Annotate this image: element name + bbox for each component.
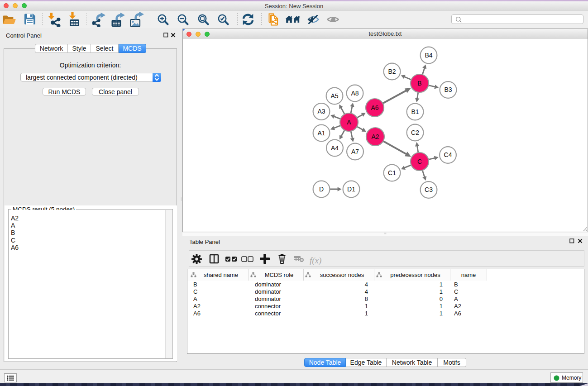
svg-text:A4: A4	[331, 144, 339, 152]
svg-text:D1: D1	[347, 186, 355, 193]
svg-text:C4: C4	[444, 151, 452, 158]
svg-text:A2: A2	[371, 133, 379, 140]
svg-text:B3: B3	[444, 86, 452, 93]
svg-text:C: C	[417, 158, 422, 165]
svg-text:A5: A5	[330, 92, 338, 100]
svg-text:C2: C2	[411, 129, 419, 136]
svg-text:C3: C3	[425, 186, 433, 193]
svg-text:B4: B4	[425, 52, 432, 59]
svg-text:D: D	[319, 186, 324, 193]
svg-text:C1: C1	[388, 169, 396, 176]
svg-text:A8: A8	[351, 90, 359, 97]
svg-text:A7: A7	[351, 148, 359, 155]
svg-text:B1: B1	[411, 108, 419, 115]
svg-text:A: A	[347, 119, 351, 126]
svg-text:A1: A1	[317, 129, 325, 137]
svg-text:B2: B2	[388, 68, 396, 75]
svg-text:A6: A6	[371, 104, 378, 111]
svg-text:A3: A3	[317, 108, 325, 115]
svg-text:B: B	[417, 80, 421, 87]
